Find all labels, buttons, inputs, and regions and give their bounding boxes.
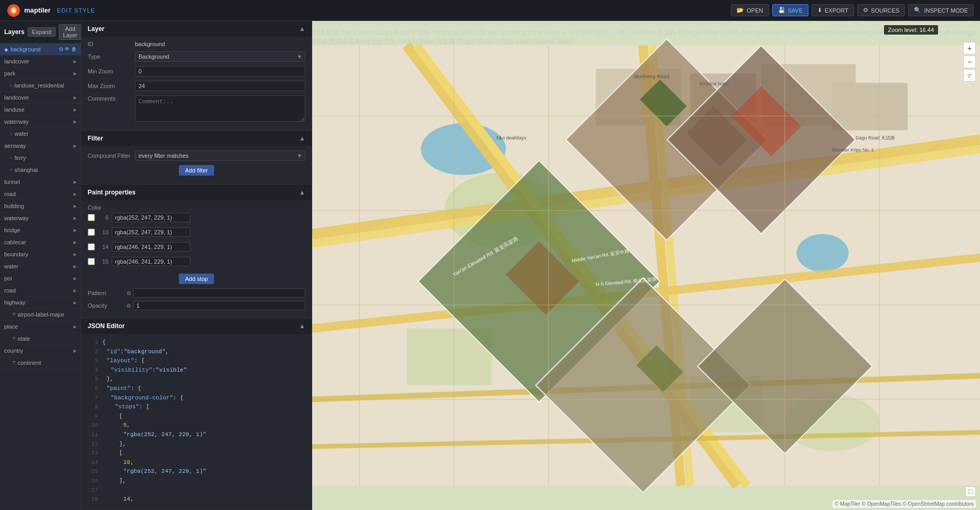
main-area: Layers Expand Add Layer ◆ background ⧉ 👁… — [0, 21, 980, 510]
layer-item-background[interactable]: ◆ background ⧉ 👁 🗑 — [0, 44, 81, 56]
min-zoom-input[interactable] — [135, 66, 305, 77]
layer-item-shanghai[interactable]: ○ shanghai — [0, 164, 81, 176]
logo: maptiler EDIT STYLE — [6, 3, 95, 18]
duplicate-icon[interactable]: ⧉ — [59, 46, 63, 52]
layer-item-highway[interactable]: highway ▶ — [0, 297, 81, 309]
save-button[interactable]: 💾 SAVE — [772, 4, 809, 16]
inspect-mode-button[interactable]: 🔍 INSPECT MODE — [908, 4, 974, 16]
layer-item-country[interactable]: country ▶ — [0, 345, 81, 357]
layer-item-poi[interactable]: poi ▶ — [0, 273, 81, 285]
layer-item-place[interactable]: place ▶ — [0, 321, 81, 333]
stop-color-input-1[interactable] — [112, 213, 190, 222]
compass-button[interactable]: ▽ — [963, 69, 976, 82]
layer-item-road2[interactable]: road ▶ — [0, 285, 81, 297]
min-zoom-label: Min Zoom — [88, 68, 135, 74]
minimap-icon[interactable]: ⛶ — [965, 486, 976, 497]
add-stop-button[interactable]: Add stop — [179, 274, 214, 284]
color-swatch-2[interactable] — [88, 229, 95, 236]
layer-label: landcover — [4, 58, 29, 64]
layer-item-bridge[interactable]: bridge ▶ — [0, 224, 81, 236]
paint-section-title: Paint properties — [88, 189, 135, 196]
map-attribution: © MapTiler © OpenMapTiles © OpenStreetMa… — [833, 500, 976, 508]
color-swatch-3[interactable] — [88, 243, 95, 251]
expand-button[interactable]: Expand — [28, 27, 56, 37]
color-swatch-1[interactable] — [88, 214, 95, 221]
layer-label: aeroway — [4, 143, 26, 149]
layer-item-water2[interactable]: water ▶ — [0, 261, 81, 273]
layer-item-landcover2[interactable]: landcover ▶ — [0, 92, 81, 104]
layer-chevron-icon: ▶ — [73, 216, 77, 221]
layer-item-state[interactable]: T state — [0, 333, 81, 345]
layer-item-boundary[interactable]: boundary ▶ — [0, 248, 81, 261]
stop-color-input-2[interactable] — [112, 227, 190, 237]
add-filter-button[interactable]: Add filter — [179, 165, 214, 176]
max-zoom-input[interactable] — [135, 81, 305, 91]
layer-item-cablecar[interactable]: cablecar ▶ — [0, 236, 81, 248]
add-layer-button[interactable]: Add Layer — [59, 24, 82, 40]
comments-textarea[interactable] — [135, 95, 305, 122]
layers-panel: Layers Expand Add Layer ◆ background ⧉ 👁… — [0, 21, 81, 510]
filter-section-header[interactable]: Filter ▲ — [81, 131, 312, 146]
map-area[interactable]: Yan'an Elevated Rd. 延安高架路 Middle Yan'an … — [312, 21, 980, 510]
layer-item-road[interactable]: road ▶ — [0, 188, 81, 200]
sources-button[interactable]: ⚙ SOURCES — [857, 4, 905, 16]
svg-text:hǎo dealldays: hǎo dealldays — [496, 135, 526, 140]
layer-section-header[interactable]: Layer ▲ — [81, 21, 312, 37]
layer-item-water[interactable]: ○ water — [0, 128, 81, 140]
pattern-settings-icon[interactable]: ⚙ — [126, 290, 131, 296]
export-button[interactable]: ⬇ EXPORT — [812, 4, 854, 16]
paint-section-header[interactable]: Paint properties ▲ — [81, 185, 312, 200]
svg-text:Emeline hotel: Emeline hotel — [700, 81, 729, 86]
stop-number-1: 6 — [98, 214, 109, 221]
layer-item-building[interactable]: building ▶ — [0, 200, 81, 212]
layer-item-ferry[interactable]: ○ ferry — [0, 152, 81, 164]
layer-item-tunnel[interactable]: tunnel ▶ — [0, 176, 81, 188]
layer-item-waterway[interactable]: waterway ▶ — [0, 116, 81, 128]
color-swatch-4[interactable] — [88, 258, 95, 265]
layer-item-airport-label-major[interactable]: T airport-label-major — [0, 309, 81, 321]
opacity-input[interactable] — [133, 301, 305, 310]
layer-label: building — [4, 203, 24, 209]
comments-label: Comments — [88, 95, 135, 102]
layer-chevron-icon: ▶ — [73, 192, 77, 197]
layer-chevron-icon: ▶ — [73, 204, 77, 209]
compound-filter-row: Compound Filter every filter matches any… — [88, 150, 305, 161]
pattern-input[interactable] — [133, 288, 305, 298]
json-editor-header[interactable]: JSON Editor ▲ — [81, 318, 312, 334]
layer-chevron-icon: ▶ — [73, 252, 77, 257]
layer-label: airport-label-major — [18, 311, 65, 318]
type-select[interactable]: Background Fill Line Symbol — [135, 51, 305, 62]
json-editor-section: JSON Editor ▲ 1{ 2"id": "background", 3"… — [81, 318, 312, 509]
compound-filter-select[interactable]: every filter matches any filter matches … — [135, 150, 305, 161]
stop-color-input-4[interactable] — [112, 257, 190, 266]
svg-text:Dagu Road 大沽路: Dagu Road 大沽路 — [856, 135, 895, 140]
delete-icon[interactable]: 🗑 — [71, 46, 77, 52]
layer-item-park[interactable]: park ▶ — [0, 68, 81, 80]
open-button[interactable]: 📂 OPEN — [731, 4, 769, 16]
color-label: Color — [88, 204, 135, 211]
layer-properties-panel: Layer ▲ ID background Type Background Fi… — [81, 21, 312, 510]
opacity-settings-icon[interactable]: ⚙ — [126, 303, 131, 309]
layer-chevron-icon: ▶ — [73, 228, 77, 233]
logo-icon — [6, 3, 21, 18]
layer-item-waterway2[interactable]: waterway ▶ — [0, 212, 81, 224]
layer-item-landuse-residential[interactable]: ○ landuse_residential — [0, 80, 81, 92]
layer-chevron-icon: ▶ — [73, 95, 77, 100]
layer-item-landuse[interactable]: landuse ▶ — [0, 104, 81, 116]
stop-color-input-3[interactable] — [112, 242, 190, 252]
layer-chevron-icon: ▶ — [73, 107, 77, 112]
svg-text:Wusheng Road: Wusheng Road — [634, 73, 669, 79]
paint-section-body: Color 6 10 — [81, 200, 312, 318]
compound-label: Compound Filter — [88, 153, 135, 159]
opacity-row: Opacity ⚙ — [88, 301, 305, 310]
layer-item-landcover[interactable]: landcover ▶ — [0, 56, 81, 68]
layer-label: park — [4, 70, 15, 77]
hide-icon[interactable]: 👁 — [65, 46, 70, 52]
pattern-label: Pattern — [88, 290, 124, 296]
layer-item-continent[interactable]: T continent — [0, 357, 81, 369]
layer-item-aeroway[interactable]: aeroway ▶ — [0, 140, 81, 152]
zoom-in-button[interactable]: + — [963, 42, 976, 55]
collapse-icon: ▲ — [299, 322, 305, 330]
zoom-out-button[interactable]: − — [963, 56, 976, 68]
layer-label: poi — [4, 275, 12, 281]
